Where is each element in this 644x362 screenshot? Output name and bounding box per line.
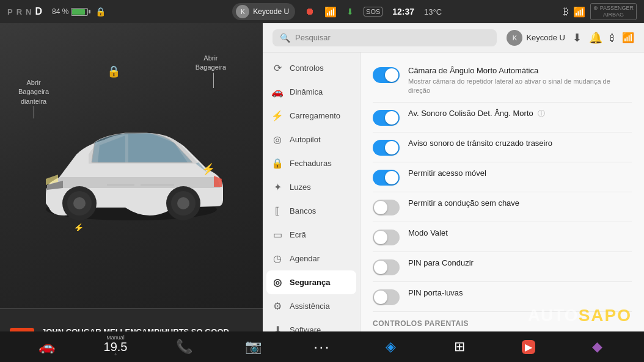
nav-label-luzes: Luzes bbox=[290, 183, 311, 192]
nav-item-software[interactable]: ⬇ Software bbox=[263, 318, 360, 331]
toggle-pin-porta-luvas[interactable] bbox=[373, 289, 400, 305]
nav-item-ecra[interactable]: ▭ Ecrã bbox=[263, 223, 360, 247]
software-icon: ⬇ bbox=[271, 324, 284, 331]
nav-item-dinamica[interactable]: 🚗 Dinâmica bbox=[263, 80, 360, 104]
navigation-icon: ◈ bbox=[386, 339, 396, 355]
bluetooth-header-icon[interactable]: ₿ bbox=[610, 32, 615, 43]
gear-d: D bbox=[35, 6, 42, 17]
nav-item-agendar[interactable]: ◷ Agendar bbox=[263, 247, 360, 270]
taskbar-camera[interactable]: 📷 bbox=[240, 333, 266, 360]
nav-label-carregamento: Carregamento bbox=[290, 111, 340, 120]
settings-body: ⟳ Controlos 🚗 Dinâmica ⚡ Carregamento ◎ … bbox=[263, 52, 644, 331]
toggle-camera[interactable] bbox=[373, 67, 400, 83]
passenger-airbag-label: ⊗ PASSENGERAIRBAG bbox=[590, 3, 637, 20]
download-update-icon[interactable]: ⬇ bbox=[573, 31, 582, 45]
luzes-icon: ✦ bbox=[271, 181, 284, 193]
dashcam-icon: 📷 bbox=[245, 339, 262, 355]
status-right: ₿ 📶 ⊗ PASSENGERAIRBAG bbox=[563, 3, 637, 20]
setting-row-camera: Câmara de Ângulo Morto Automática Mostra… bbox=[373, 60, 632, 103]
nav-item-fechaduras[interactable]: 🔒 Fechaduras bbox=[263, 151, 360, 175]
toggle-pin-conduzir[interactable] bbox=[373, 259, 400, 275]
nav-item-luzes[interactable]: ✦ Luzes bbox=[263, 175, 360, 199]
nav-item-assistencia[interactable]: ⚙ Assistência bbox=[263, 294, 360, 318]
gear-r: R bbox=[16, 7, 22, 16]
carregamento-icon: ⚡ bbox=[271, 110, 284, 121]
nav-item-carregamento[interactable]: ⚡ Carregamento bbox=[263, 104, 360, 128]
watermark: AUTOSAPO bbox=[528, 306, 632, 325]
agendar-icon: ◷ bbox=[271, 253, 284, 264]
taskbar-dots[interactable]: ··· bbox=[309, 333, 335, 360]
temp-value: 19.5 bbox=[104, 341, 128, 353]
nav-label-autopilot: Autopilot bbox=[290, 135, 321, 144]
setting-row-pin-conduzir: PIN para Conduzir bbox=[373, 252, 632, 282]
bancos-icon: ⟦ bbox=[271, 205, 284, 217]
taskbar: 🚗 Manual 19.5 ° 📞 📷 ··· ◈ ⊞ ▶ ◆ bbox=[0, 331, 644, 362]
nav-item-controlos[interactable]: ⟳ Controlos bbox=[263, 56, 360, 80]
nav-item-autopilot[interactable]: ◎ Autopilot bbox=[263, 128, 360, 151]
youtube-icon: ▶ bbox=[522, 340, 535, 354]
taskbar-grid[interactable]: ⊞ bbox=[446, 333, 473, 360]
toggle-av-sonoro[interactable] bbox=[373, 110, 400, 126]
nav-label-assistencia: Assistência bbox=[290, 302, 330, 311]
nav-label-seguranca: Segurança bbox=[290, 278, 330, 287]
keycode-avatar: K bbox=[236, 5, 249, 18]
time-display: 12:37 bbox=[392, 7, 414, 16]
settings-panel: 🔍 K Keycode U ⬇ 🔔 ₿ 📶 ⟳ Controlos 🚗 Dinâ… bbox=[263, 23, 644, 331]
setting-title-camera: Câmara de Ângulo Morto Automática bbox=[408, 66, 632, 75]
nav-item-bancos[interactable]: ⟦ Bancos bbox=[263, 199, 360, 223]
search-box[interactable]: 🔍 bbox=[273, 29, 497, 46]
taskbar-app[interactable]: ◆ bbox=[584, 333, 611, 360]
ecra-icon: ▭ bbox=[271, 229, 284, 241]
setting-row-valet: Modo Valet bbox=[373, 222, 632, 252]
lock-status-icon: 🔒 bbox=[95, 7, 106, 16]
notification-icon[interactable]: 🔔 bbox=[589, 31, 602, 45]
header-right: K Keycode U ⬇ 🔔 ₿ 📶 bbox=[507, 30, 634, 46]
wifi-header-icon[interactable]: 📶 bbox=[622, 32, 634, 43]
header-keycode[interactable]: K Keycode U bbox=[507, 30, 565, 46]
setting-title-pin-conduzir: PIN para Conduzir bbox=[408, 258, 632, 267]
status-center: K Keycode U ⏺ 📶 ⬇ SOS 12:37 13°C bbox=[111, 3, 563, 20]
nav-label-fechaduras: Fechaduras bbox=[290, 159, 332, 168]
battery-icon bbox=[71, 8, 88, 16]
setting-row-av-sonoro: Av. Sonoro Colisão Det. Âng. Morto ⓘ bbox=[373, 103, 632, 132]
prnd-display: P R N D bbox=[7, 6, 42, 17]
degree-label: ° bbox=[114, 353, 117, 359]
label-rear-trunk[interactable]: Abrir Bagageira bbox=[196, 54, 226, 73]
wifi2-icon: 📶 bbox=[573, 6, 585, 18]
taskbar-phone[interactable]: 📞 bbox=[171, 333, 198, 360]
sos-icon: SOS bbox=[364, 7, 382, 16]
toggle-valet[interactable] bbox=[373, 230, 400, 245]
toggle-aviso-transito[interactable] bbox=[373, 140, 400, 156]
keycode-label: Keycode U bbox=[253, 7, 289, 16]
taskbar-temp[interactable]: Manual 19.5 ° bbox=[102, 333, 129, 360]
toggle-sem-chave[interactable] bbox=[373, 200, 400, 215]
car-panel: Abrir Bagageira dianteira 🔒 Abrir Bagage… bbox=[0, 23, 263, 331]
taskbar-youtube[interactable]: ▶ bbox=[515, 333, 542, 360]
setting-title-sem-chave: Permitir a condução sem chave bbox=[408, 198, 632, 208]
car-icon: 🚗 bbox=[38, 339, 55, 355]
svg-text:⚡: ⚡ bbox=[73, 223, 84, 231]
nav-label-dinamica: Dinâmica bbox=[290, 87, 323, 96]
header-avatar: K bbox=[507, 30, 522, 46]
svg-point-3 bbox=[73, 197, 86, 209]
setting-desc-camera: Mostrar câmara do repetidor lateral ao a… bbox=[408, 77, 632, 96]
nav-label-software: Software bbox=[290, 325, 321, 331]
setting-title-aviso-transito: Aviso sonoro de trânsito cruzado traseir… bbox=[408, 139, 632, 148]
keycode-badge[interactable]: K Keycode U bbox=[232, 3, 295, 20]
taskbar-car[interactable]: 🚗 bbox=[33, 333, 60, 360]
bluetooth-icon: ₿ bbox=[563, 6, 568, 17]
setting-row-aviso-transito: Aviso sonoro de trânsito cruzado traseir… bbox=[373, 132, 632, 162]
settings-header: 🔍 K Keycode U ⬇ 🔔 ₿ 📶 bbox=[263, 23, 644, 52]
nav-item-seguranca[interactable]: ◎ Segurança bbox=[266, 270, 356, 294]
battery-percent: 84 % bbox=[52, 7, 68, 16]
lock-icon[interactable]: 🔒 bbox=[107, 65, 120, 78]
toggle-acesso-movel[interactable] bbox=[373, 170, 400, 186]
info-icon[interactable]: ⓘ bbox=[538, 109, 545, 118]
taskbar-nav[interactable]: ◈ bbox=[378, 333, 404, 360]
seguranca-icon: ◎ bbox=[271, 277, 284, 288]
app-icon: ◆ bbox=[592, 339, 602, 355]
phone-icon: 📞 bbox=[176, 339, 192, 355]
search-input[interactable] bbox=[295, 33, 489, 42]
nav-label-agendar: Agendar bbox=[290, 254, 320, 263]
settings-content: Câmara de Ângulo Morto Automática Mostra… bbox=[360, 52, 644, 331]
